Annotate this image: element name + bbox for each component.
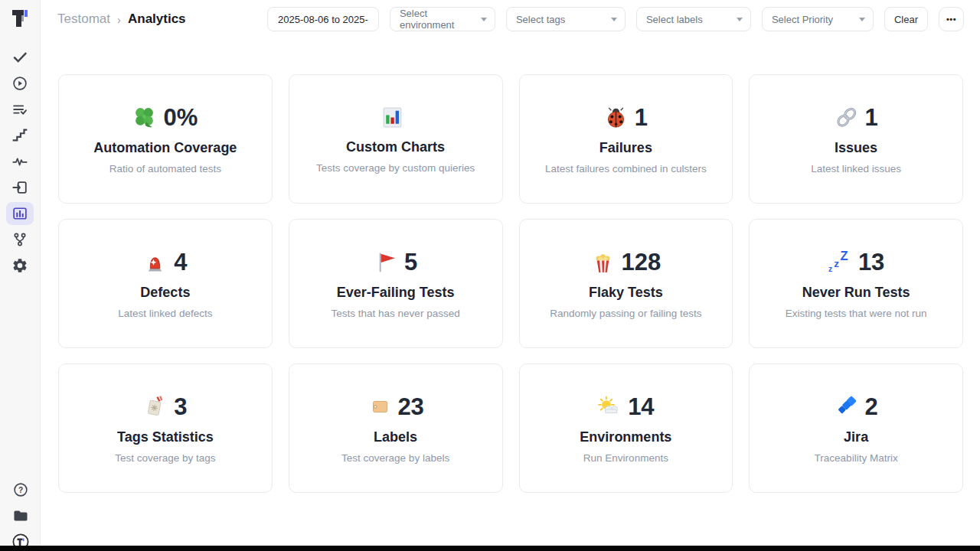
card-value: 3 <box>174 393 187 421</box>
card-title: Issues <box>835 140 877 156</box>
page-title: Analytics <box>128 11 186 27</box>
zzz-icon: zzZ <box>828 250 851 274</box>
card-custom-charts[interactable]: Custom Charts Tests coverage by custom q… <box>289 74 503 204</box>
card-subtitle: Latest linked defects <box>118 308 212 319</box>
sidebar-item-pulse[interactable] <box>6 150 34 173</box>
tags-select[interactable]: Select tags <box>506 7 626 31</box>
list-check-icon <box>11 101 28 118</box>
svg-text:Z: Z <box>840 250 848 263</box>
breadcrumb-separator: › <box>117 13 121 26</box>
labels-select[interactable]: Select labels <box>636 7 751 31</box>
card-subtitle: Traceability Matrix <box>815 452 898 464</box>
card-defects[interactable]: 4 Defects Latest linked defects <box>58 219 273 348</box>
environment-select-placeholder: Select environment <box>400 8 475 31</box>
sidebar-item-settings[interactable] <box>6 254 34 277</box>
card-subtitle: Run Environments <box>583 452 668 464</box>
card-value: 23 <box>397 393 423 421</box>
testomat-logo-icon[interactable] <box>10 8 30 28</box>
card-value: 13 <box>858 249 884 276</box>
priority-select[interactable]: Select Priority <box>762 7 874 31</box>
siren-icon <box>143 250 167 274</box>
gear-icon <box>11 257 28 274</box>
card-value-row: 5 <box>374 249 417 276</box>
card-issues[interactable]: 1 Issues Latest linked issues <box>749 74 963 204</box>
card-jira[interactable]: 2 Jira Traceability Matrix <box>749 364 963 493</box>
card-tags-statistics[interactable]: 3 Tags Statistics Test coverage by tags <box>58 364 273 493</box>
card-subtitle: Latest failures combined in culsters <box>545 163 707 174</box>
play-circle-icon <box>11 75 28 92</box>
card-failures[interactable]: 1 Failures Latest failures combined in c… <box>519 74 733 204</box>
card-subtitle: Test coverage by labels <box>341 452 449 464</box>
svg-text:z: z <box>834 258 839 269</box>
branch-icon <box>11 231 28 248</box>
card-subtitle: Existing tests that were not run <box>786 308 927 319</box>
sidebar-item-help[interactable]: ? <box>7 478 34 501</box>
card-value: 1 <box>635 104 648 132</box>
card-value-row: 3 <box>143 393 187 421</box>
clover-icon <box>132 106 156 129</box>
sidebar-item-analytics[interactable] <box>6 202 34 225</box>
sidebar-item-branches[interactable] <box>6 228 34 251</box>
card-value: 1 <box>865 104 878 132</box>
card-value-row: 0% <box>132 104 198 132</box>
card-automation-coverage[interactable]: 0% Automation Coverage Ratio of automate… <box>58 74 273 204</box>
main-content: Testomat › Analytics 2025-08-06 to 2025-… <box>41 0 980 551</box>
date-range-input[interactable]: 2025-08-06 to 2025- <box>267 7 379 31</box>
card-subtitle: Tests that has never passed <box>332 308 460 319</box>
check-icon <box>11 49 28 66</box>
card-never-run-tests[interactable]: zzZ 13 Never Run Tests Existing tests th… <box>749 219 963 348</box>
sidebar-item-runs[interactable] <box>6 72 34 95</box>
sidebar-item-tests[interactable] <box>6 46 34 69</box>
sidebar-nav <box>6 46 34 277</box>
clear-filters-button[interactable]: Clear <box>884 7 928 31</box>
tags-select-placeholder: Select tags <box>516 14 565 25</box>
card-value-row: 23 <box>367 393 423 421</box>
sidebar-item-steps[interactable] <box>6 124 34 147</box>
bookmark-tag-icon <box>143 395 167 419</box>
card-value-row: 2 <box>835 393 878 421</box>
sidebar-bottom-nav: ? <box>0 478 41 551</box>
card-environments[interactable]: 14 Environments Run Environments <box>519 364 733 493</box>
card-title: Environments <box>580 429 671 445</box>
card-title: Never Run Tests <box>802 285 910 301</box>
stairs-icon <box>11 127 28 144</box>
card-ever-failing-tests[interactable]: 5 Ever-Failing Tests Tests that has neve… <box>289 219 503 348</box>
svg-text:?: ? <box>18 486 22 494</box>
card-value-row: 4 <box>143 249 187 276</box>
card-title: Ever-Failing Tests <box>337 285 455 301</box>
card-flaky-tests[interactable]: 128 Flaky Tests Randomly passing or fail… <box>519 219 733 348</box>
topbar: Testomat › Analytics 2025-08-06 to 2025-… <box>41 0 980 31</box>
card-value: 0% <box>163 104 198 132</box>
card-subtitle: Randomly passing or failing tests <box>550 308 701 319</box>
environment-select[interactable]: Select environment <box>390 7 495 31</box>
card-value: 14 <box>628 393 654 421</box>
jira-icon <box>835 395 858 419</box>
card-title: Defects <box>140 285 190 301</box>
breadcrumb-project-link[interactable]: Testomat <box>57 11 110 27</box>
bottom-edge-bar <box>0 546 980 551</box>
card-title: Custom Charts <box>346 139 445 155</box>
card-value-row: 128 <box>591 249 662 276</box>
sidebar: ? <box>0 0 41 551</box>
card-labels[interactable]: 23 Labels Test coverage by labels <box>289 364 503 493</box>
sidebar-item-projects[interactable] <box>7 504 34 527</box>
flag-icon <box>374 250 397 274</box>
card-subtitle: Tests coverage by custom quieries <box>316 162 475 174</box>
help-circle-icon: ? <box>12 481 29 498</box>
card-subtitle: Latest linked issues <box>811 163 901 174</box>
chevron-down-icon <box>737 18 743 21</box>
card-value-row: 1 <box>604 104 648 132</box>
priority-select-placeholder: Select Priority <box>772 14 833 25</box>
sidebar-item-imports[interactable] <box>6 176 34 199</box>
pulse-icon <box>11 153 28 170</box>
card-value-row: zzZ 13 <box>828 249 884 276</box>
card-value: 4 <box>174 249 187 276</box>
card-value-row: 1 <box>835 104 878 132</box>
card-title: Jira <box>844 429 868 445</box>
sidebar-item-test-plans[interactable] <box>6 98 34 121</box>
card-value-row <box>381 105 411 131</box>
bar-chart-emoji-icon <box>381 106 404 129</box>
more-options-button[interactable]: ••• <box>939 7 964 31</box>
chevron-down-icon <box>859 18 865 21</box>
labels-select-placeholder: Select labels <box>646 14 703 25</box>
